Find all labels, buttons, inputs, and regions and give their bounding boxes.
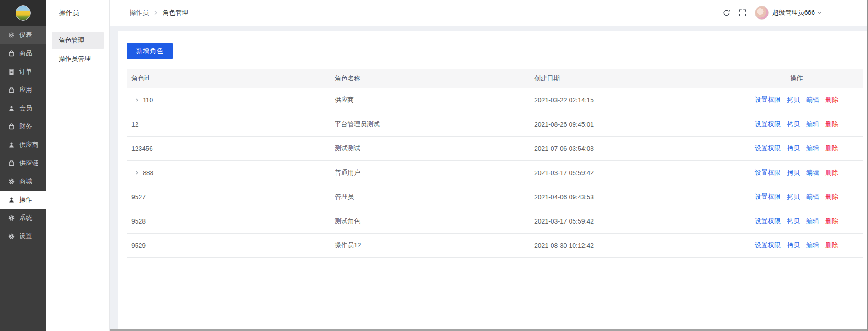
cell-role-name: 测试角色 (330, 217, 530, 225)
chevron-down-icon[interactable] (817, 10, 822, 16)
set-permissions-link[interactable]: 设置权限 (755, 96, 781, 103)
copy-link[interactable]: 拷贝 (787, 217, 800, 224)
edit-link[interactable]: 编辑 (806, 217, 819, 224)
table-body: 110供应商2021-03-22 02:14:15设置权限拷贝编辑删除12平台管… (127, 88, 863, 258)
delete-link[interactable]: 删除 (825, 241, 838, 249)
gear-icon (8, 178, 15, 185)
breadcrumb: 操作员 角色管理 (130, 9, 188, 17)
primary-sidebar: 仪表商品订单应用会员财务供应商供应链商城操作系统设置 (0, 0, 46, 331)
chevron-right-icon (153, 10, 158, 16)
roles-table: 角色id 角色名称 创建日期 操作 110供应商2021-03-22 02:14… (127, 69, 863, 258)
set-permissions-link[interactable]: 设置权限 (755, 241, 781, 249)
cell-actions: 设置权限拷贝编辑删除 (730, 120, 863, 128)
bag-icon (8, 86, 15, 94)
cell-role-id: 123456 (127, 145, 330, 152)
bag-icon (8, 50, 15, 57)
copy-link[interactable]: 拷贝 (787, 120, 800, 128)
role-id-value: 9527 (131, 193, 146, 201)
column-header-created: 创建日期 (530, 75, 730, 83)
topbar-right: 超级管理员666 (722, 6, 822, 20)
copy-link[interactable]: 拷贝 (787, 169, 800, 176)
cell-role-id: 110 (127, 96, 330, 104)
edit-link[interactable]: 编辑 (806, 120, 819, 128)
expand-row-icon[interactable] (134, 97, 140, 103)
cell-role-name: 平台管理员测试 (330, 120, 530, 128)
column-header-actions: 操作 (730, 75, 863, 83)
edit-link[interactable]: 编辑 (806, 241, 819, 249)
edit-link[interactable]: 编辑 (806, 193, 819, 200)
sidebar-item-0[interactable]: 仪表 (0, 26, 46, 44)
copy-link[interactable]: 拷贝 (787, 241, 800, 249)
refresh-icon[interactable] (722, 9, 731, 17)
cell-created-date: 2021-03-22 02:14:15 (530, 96, 730, 104)
sidebar-item-7[interactable]: 供应链 (0, 154, 46, 172)
cell-created-date: 2021-08-26 09:45:01 (530, 121, 730, 128)
user-name[interactable]: 超级管理员666 (772, 9, 815, 17)
clipboard-icon (8, 68, 15, 75)
role-id-value: 123456 (131, 145, 153, 152)
sidebar-item-label: 订单 (19, 68, 32, 76)
sidebar-item-2[interactable]: 订单 (0, 63, 46, 81)
copy-link[interactable]: 拷贝 (787, 144, 800, 152)
cell-role-id: 9528 (127, 218, 330, 225)
bag-icon (8, 160, 15, 167)
sidebar-item-4[interactable]: 会员 (0, 99, 46, 117)
table-row: 888普通用户2021-03-17 05:59:42设置权限拷贝编辑删除 (127, 161, 863, 185)
submenu-nav: 角色管理操作员管理 (46, 26, 109, 68)
sidebar-item-10[interactable]: 系统 (0, 209, 46, 227)
copy-link[interactable]: 拷贝 (787, 96, 800, 103)
horizontal-scrollbar[interactable] (110, 329, 868, 331)
submenu-item-0[interactable]: 角色管理 (52, 32, 104, 49)
cell-created-date: 2021-03-17 05:59:42 (530, 169, 730, 176)
delete-link[interactable]: 删除 (825, 169, 838, 176)
set-permissions-link[interactable]: 设置权限 (755, 193, 781, 200)
edit-link[interactable]: 编辑 (806, 96, 819, 103)
sidebar-item-6[interactable]: 供应商 (0, 136, 46, 154)
breadcrumb-item-operators[interactable]: 操作员 (130, 9, 149, 17)
app-logo[interactable] (16, 5, 31, 21)
breadcrumb-item-role-management[interactable]: 角色管理 (163, 9, 188, 17)
copy-link[interactable]: 拷贝 (787, 193, 800, 200)
sidebar-item-label: 操作 (19, 196, 32, 204)
expand-row-icon[interactable] (134, 170, 140, 176)
gauge-icon (8, 32, 15, 39)
set-permissions-link[interactable]: 设置权限 (755, 144, 781, 152)
sidebar-item-11[interactable]: 设置 (0, 227, 46, 246)
table-row: 12平台管理员测试2021-08-26 09:45:01设置权限拷贝编辑删除 (127, 112, 863, 137)
primary-nav: 仪表商品订单应用会员财务供应商供应链商城操作系统设置 (0, 26, 46, 246)
logo-area (0, 0, 46, 26)
delete-link[interactable]: 删除 (825, 193, 838, 200)
cell-role-id: 888 (127, 169, 330, 176)
topbar: 操作员 角色管理 超级管理员666 (110, 0, 868, 26)
role-card: 新增角色 角色id 角色名称 创建日期 操作 110供应商2021-03-22 … (118, 31, 867, 330)
cell-created-date: 2021-03-17 05:59:42 (530, 218, 730, 225)
sidebar-item-3[interactable]: 应用 (0, 81, 46, 99)
edit-link[interactable]: 编辑 (806, 144, 819, 152)
sidebar-item-9[interactable]: 操作 (0, 191, 46, 209)
cell-actions: 设置权限拷贝编辑删除 (730, 169, 863, 177)
gear-icon (8, 233, 15, 240)
delete-link[interactable]: 删除 (825, 120, 838, 128)
sidebar-item-label: 仪表 (19, 31, 32, 39)
cell-role-id: 9529 (127, 242, 330, 249)
delete-link[interactable]: 删除 (825, 96, 838, 103)
fullscreen-icon[interactable] (738, 9, 747, 17)
sidebar-item-5[interactable]: 财务 (0, 117, 46, 136)
set-permissions-link[interactable]: 设置权限 (755, 120, 781, 128)
cell-role-id: 12 (127, 121, 330, 128)
edit-link[interactable]: 编辑 (806, 169, 819, 176)
delete-link[interactable]: 删除 (825, 217, 838, 224)
table-row: 9527管理员2021-04-06 09:43:53设置权限拷贝编辑删除 (127, 185, 863, 209)
delete-link[interactable]: 删除 (825, 144, 838, 152)
set-permissions-link[interactable]: 设置权限 (755, 169, 781, 176)
cell-actions: 设置权限拷贝编辑删除 (730, 193, 863, 201)
app-window: 仪表商品订单应用会员财务供应商供应链商城操作系统设置 操作员 角色管理操作员管理… (0, 0, 868, 331)
content-area: 新增角色 角色id 角色名称 创建日期 操作 110供应商2021-03-22 … (110, 26, 868, 331)
add-role-button[interactable]: 新增角色 (127, 43, 173, 59)
sidebar-item-1[interactable]: 商品 (0, 44, 46, 63)
cell-role-name: 供应商 (330, 96, 530, 104)
set-permissions-link[interactable]: 设置权限 (755, 217, 781, 224)
sidebar-item-8[interactable]: 商城 (0, 172, 46, 191)
submenu-item-1[interactable]: 操作员管理 (52, 50, 104, 68)
user-avatar[interactable] (755, 6, 769, 20)
